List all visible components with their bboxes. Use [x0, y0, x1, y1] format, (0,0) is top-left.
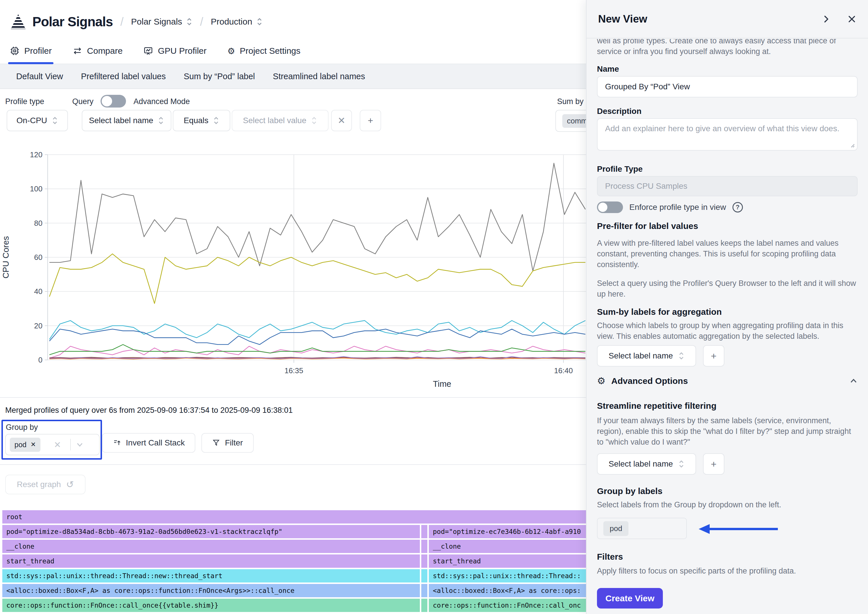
- sum-by-select[interactable]: comm: [555, 110, 586, 132]
- query-label: Query: [72, 97, 94, 106]
- streamline-label-select[interactable]: Select label name: [597, 453, 696, 475]
- breadcrumb-separator: /: [120, 15, 123, 28]
- prefilter-description: A view with pre-filtered label values ke…: [597, 238, 857, 270]
- description-field[interactable]: Add an explainer here to give an overvie…: [597, 118, 857, 151]
- chip-label: pod: [14, 441, 26, 449]
- polar-signals-logo-icon: [9, 13, 27, 31]
- flame-frame-root[interactable]: root: [2, 510, 586, 524]
- remove-condition-button[interactable]: ✕: [331, 110, 352, 131]
- clear-all-icon[interactable]: ✕: [54, 440, 61, 450]
- tab-compare[interactable]: Compare: [73, 44, 122, 64]
- chevron-updown-icon: [311, 116, 317, 125]
- tab-project-settings[interactable]: ⚙ Project Settings: [228, 44, 301, 64]
- panel-intro-text-clipped: well as profile types. Create one to alw…: [597, 39, 857, 57]
- svg-text:16:40: 16:40: [554, 366, 573, 375]
- group-by-select[interactable]: pod ✕ ✕: [5, 434, 100, 455]
- flame-frame[interactable]: std::sys::pal::unix::thread::Thread::new…: [2, 569, 420, 583]
- breadcrumb-org[interactable]: Polar Signals: [131, 17, 193, 26]
- description-placeholder: Add an explainer here to give an overvie…: [605, 124, 839, 133]
- tab-label: GPU Profiler: [158, 46, 206, 56]
- subtab-default-view[interactable]: Default View: [16, 72, 63, 81]
- chevron-updown-icon: [678, 351, 685, 360]
- flame-frame[interactable]: pod="optimize-ec7e346b-6b12-4abf-a910: [429, 525, 586, 538]
- reset-graph-button[interactable]: Reset graph ↺: [5, 475, 85, 494]
- flame-frame[interactable]: start_thread: [429, 555, 586, 568]
- flame-frame-small[interactable]: [421, 555, 427, 568]
- group-by-chip-pod[interactable]: pod ✕: [10, 438, 40, 452]
- collapse-panel-chevron-right-icon[interactable]: [821, 14, 831, 24]
- tab-label: Profiler: [24, 46, 52, 56]
- compare-arrows-icon: [73, 46, 82, 56]
- flame-frame[interactable]: start_thread: [2, 555, 420, 568]
- groupby-labels-heading: Group by labels: [597, 486, 857, 496]
- chip-remove-icon[interactable]: ✕: [31, 441, 36, 448]
- profile-type-select[interactable]: On-CPU: [7, 110, 68, 131]
- streamline-select-row: Select label name +: [597, 453, 857, 475]
- flame-frame[interactable]: std::sys::pal::unix::thread::Thread::: [429, 569, 586, 583]
- sum-by-label: Sum by: [557, 97, 584, 106]
- cpu-usage-chart[interactable]: 02040608010012016:3516:40CPU CoresTime: [0, 145, 586, 393]
- filters-heading: Filters: [597, 552, 857, 562]
- groupby-labels-field: pod: [597, 518, 687, 539]
- enforce-profile-type-label: Enforce profile type in view: [629, 203, 726, 212]
- flame-frame[interactable]: core::ops::function::FnOnce::call_onc: [429, 599, 586, 612]
- create-view-button[interactable]: Create View: [597, 588, 663, 608]
- brand[interactable]: Polar Signals: [9, 13, 113, 31]
- panel-header: New View: [587, 0, 868, 39]
- filter-button[interactable]: Filter: [202, 433, 254, 453]
- close-panel-icon[interactable]: [847, 14, 856, 24]
- breadcrumb-project-label: Production: [211, 17, 252, 26]
- tab-profiler[interactable]: Profiler: [10, 44, 52, 64]
- enforce-profile-type-toggle[interactable]: [597, 202, 623, 213]
- flame-frame-small[interactable]: [421, 599, 427, 612]
- flame-frame[interactable]: pod="optimize-d8a534ad-8cbb-4673-91a2-0a…: [2, 525, 420, 538]
- breadcrumb-separator: /: [200, 15, 203, 28]
- profile-type-value: On-CPU: [17, 116, 47, 125]
- help-icon[interactable]: ?: [733, 202, 743, 213]
- streamline-add-button[interactable]: +: [703, 453, 724, 475]
- chevron-updown-icon: [186, 17, 192, 26]
- resize-handle-icon[interactable]: [849, 143, 855, 148]
- gpu-monitor-icon: [143, 46, 153, 56]
- flame-frame[interactable]: __clone: [429, 540, 586, 553]
- divider: [70, 439, 71, 451]
- group-by-highlight-box: Group by pod ✕ ✕: [2, 420, 102, 460]
- flame-frame[interactable]: core::ops::function::FnOnce::call_once{{…: [2, 599, 420, 612]
- add-condition-button[interactable]: +: [360, 110, 381, 131]
- groupby-pod-chip[interactable]: pod: [603, 521, 628, 536]
- subtab-sum-by-pod-label[interactable]: Sum by “Pod” label: [184, 72, 255, 81]
- chevron-up-icon[interactable]: [849, 377, 857, 385]
- sumby-label-select[interactable]: Select label name: [597, 345, 696, 367]
- svg-text:100: 100: [30, 185, 42, 193]
- flame-frame[interactable]: <alloc::boxed::Box<F,A> as core::ops::fu…: [2, 584, 420, 597]
- name-field[interactable]: Grouped By “Pod” View: [597, 76, 857, 98]
- advanced-options-toggle-row[interactable]: ⚙ Advanced Options: [597, 375, 857, 387]
- flame-frame-small[interactable]: [421, 569, 427, 583]
- flame-graph: root pod="optimize-d8a534ad-8cbb-4673-91…: [2, 510, 586, 613]
- flame-frame[interactable]: <alloc::boxed::Box<F,A> as core::ops:: [429, 584, 586, 597]
- chevron-updown-icon: [52, 116, 58, 125]
- label-name-select[interactable]: Select label name: [82, 110, 171, 131]
- label-value-select[interactable]: Select label value: [232, 110, 329, 131]
- subtab-streamlined-label-names[interactable]: Streamlined label names: [273, 72, 365, 81]
- svg-text:60: 60: [34, 253, 42, 262]
- flame-frame[interactable]: __clone: [2, 540, 420, 553]
- flame-frame-small[interactable]: [421, 540, 427, 553]
- series-blue-line: [50, 329, 586, 345]
- invert-call-stack-button[interactable]: Invert Call Stack: [102, 433, 195, 453]
- subtab-prefiltered-label-values[interactable]: Prefiltered label values: [81, 72, 166, 81]
- merged-profiles-text: Merged profiles of query over 6s from 20…: [5, 406, 293, 415]
- breadcrumb-project[interactable]: Production: [211, 17, 262, 26]
- profile-type-label: Profile Type: [597, 165, 857, 174]
- advanced-mode-toggle[interactable]: [101, 95, 126, 107]
- chevron-down-icon[interactable]: [76, 441, 84, 448]
- flame-frame-small[interactable]: [421, 525, 427, 538]
- flame-frame-small[interactable]: [421, 584, 427, 597]
- app-root: Polar Signals / Polar Signals / Producti…: [0, 0, 868, 614]
- sum-by-chip[interactable]: comm: [562, 114, 586, 128]
- sumby-add-button[interactable]: +: [703, 345, 724, 367]
- operator-select[interactable]: Equals: [173, 110, 230, 131]
- svg-text:120: 120: [30, 150, 42, 159]
- query-section: Profile type Query Advanced Mode Sum by …: [0, 89, 586, 139]
- tab-gpu-profiler[interactable]: GPU Profiler: [143, 44, 206, 64]
